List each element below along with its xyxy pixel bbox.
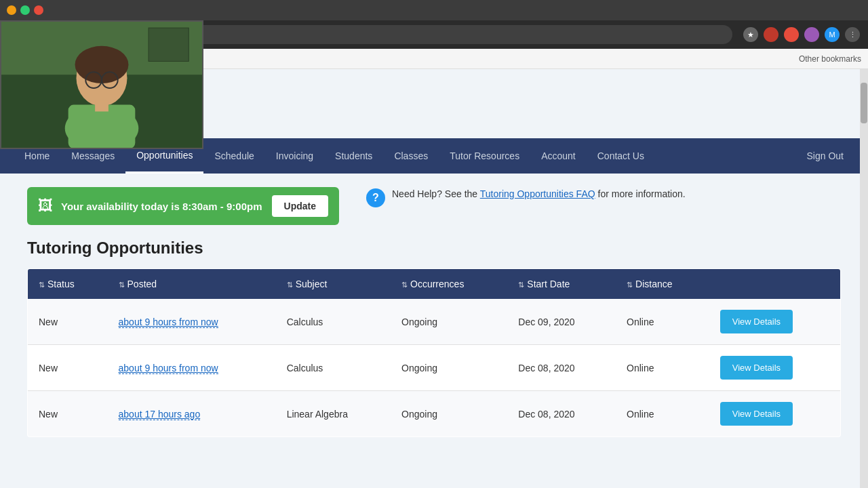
nav-item-tutor-resources[interactable]: Tutor Resources bbox=[439, 138, 530, 174]
sort-arrows-status: ⇅ bbox=[39, 281, 45, 289]
view-details-button-2[interactable]: View Details bbox=[720, 402, 793, 426]
ext-icon-2[interactable] bbox=[804, 27, 819, 42]
col-posted[interactable]: ⇅Posted bbox=[108, 269, 276, 300]
bookmark-star-icon[interactable]: ★ bbox=[743, 27, 758, 42]
help-text: Need Help? See the Tutoring Opportunitie… bbox=[392, 187, 686, 201]
window-controls bbox=[7, 5, 43, 15]
sort-arrows-start-date: ⇅ bbox=[518, 281, 524, 289]
cell-subject-2: Linear Algebra bbox=[276, 391, 391, 437]
cell-action-2: View Details bbox=[709, 391, 841, 437]
cell-distance-1: Online bbox=[616, 345, 709, 391]
view-details-button-0[interactable]: View Details bbox=[720, 310, 793, 333]
update-button[interactable]: Update bbox=[272, 195, 328, 217]
col-distance[interactable]: ⇅Distance bbox=[616, 269, 709, 300]
cell-occurrences-0: Ongoing bbox=[391, 299, 507, 345]
sort-arrows-posted: ⇅ bbox=[119, 281, 125, 289]
menu-icon[interactable]: ⋮ bbox=[845, 27, 860, 42]
col-occurrences[interactable]: ⇅Occurrences bbox=[391, 269, 507, 300]
cell-distance-2: Online bbox=[616, 391, 709, 437]
browser-action-icons: ★ M ⋮ bbox=[743, 27, 860, 42]
table-row: New about 17 hours ago Linear Algebra On… bbox=[28, 391, 841, 437]
cell-start-date-2: Dec 08, 2020 bbox=[507, 391, 616, 437]
posted-link-1[interactable]: about 9 hours from now bbox=[119, 363, 218, 374]
cell-start-date-0: Dec 09, 2020 bbox=[507, 299, 616, 345]
cell-occurrences-2: Ongoing bbox=[391, 391, 507, 437]
minimize-button[interactable] bbox=[7, 5, 16, 15]
sort-arrows-occurrences: ⇅ bbox=[401, 281, 408, 289]
profile-avatar-icon[interactable]: M bbox=[825, 27, 840, 42]
cell-start-date-1: Dec 08, 2020 bbox=[507, 345, 616, 391]
nav-item-students[interactable]: Students bbox=[324, 138, 383, 174]
col-action bbox=[709, 269, 841, 300]
nav-item-account[interactable]: Account bbox=[530, 138, 587, 174]
ext-icon-1[interactable] bbox=[784, 27, 799, 42]
help-section: ? Need Help? See the Tutoring Opportunit… bbox=[366, 187, 686, 207]
cell-posted-1: about 9 hours from now bbox=[108, 345, 276, 391]
sort-arrows-distance: ⇅ bbox=[627, 281, 633, 289]
col-start-date[interactable]: ⇅Start Date bbox=[507, 269, 616, 300]
webcam-feed bbox=[1, 22, 202, 148]
other-bookmarks[interactable]: Other bookmarks bbox=[799, 54, 861, 64]
nav-item-schedule[interactable]: Schedule bbox=[203, 138, 264, 174]
cell-status-1: New bbox=[28, 345, 108, 391]
browser-titlebar bbox=[0, 0, 868, 20]
monitor-icon: 🖼 bbox=[38, 197, 53, 215]
abp-icon[interactable] bbox=[764, 27, 778, 42]
cell-status-2: New bbox=[28, 391, 108, 437]
cell-posted-2: about 17 hours ago bbox=[108, 391, 276, 437]
scrollbar[interactable] bbox=[860, 69, 868, 488]
webcam-overlay bbox=[0, 20, 203, 149]
faq-link[interactable]: Tutoring Opportunities FAQ bbox=[480, 188, 595, 199]
col-status[interactable]: ⇅Status bbox=[28, 269, 108, 300]
table-row: New about 9 hours from now Calculus Ongo… bbox=[28, 345, 841, 391]
posted-link-0[interactable]: about 9 hours from now bbox=[119, 317, 218, 328]
nav-item-classes[interactable]: Classes bbox=[383, 138, 439, 174]
cell-action-0: View Details bbox=[709, 299, 841, 345]
nav-item-sign-out[interactable]: Sign Out bbox=[796, 138, 854, 174]
close-button[interactable] bbox=[34, 5, 43, 15]
page-content: 🖼 Your availability today is 8:30am - 9:… bbox=[0, 174, 868, 451]
cell-subject-0: Calculus bbox=[276, 299, 391, 345]
webcam-video bbox=[1, 20, 202, 149]
opportunities-table: ⇅Status ⇅Posted ⇅Subject ⇅Occurrences ⇅S… bbox=[27, 268, 841, 437]
svg-rect-10 bbox=[95, 102, 108, 112]
help-icon: ? bbox=[366, 188, 385, 207]
cell-action-1: View Details bbox=[709, 345, 841, 391]
cell-posted-0: about 9 hours from now bbox=[108, 299, 276, 345]
page-title: Tutoring Opportunities bbox=[27, 239, 841, 258]
nav-item-invoicing[interactable]: Invoicing bbox=[265, 138, 324, 174]
availability-banner: 🖼 Your availability today is 8:30am - 9:… bbox=[27, 187, 339, 225]
svg-rect-2 bbox=[149, 28, 189, 61]
cell-status-0: New bbox=[28, 299, 108, 345]
table-row: New about 9 hours from now Calculus Ongo… bbox=[28, 299, 841, 345]
view-details-button-1[interactable]: View Details bbox=[720, 356, 793, 380]
sort-arrows-subject: ⇅ bbox=[287, 281, 293, 289]
posted-link-2[interactable]: about 17 hours ago bbox=[119, 409, 201, 420]
col-subject[interactable]: ⇅Subject bbox=[276, 269, 391, 300]
maximize-button[interactable] bbox=[20, 5, 30, 15]
cell-distance-0: Online bbox=[616, 299, 709, 345]
table-header-row: ⇅Status ⇅Posted ⇅Subject ⇅Occurrences ⇅S… bbox=[28, 269, 841, 300]
cell-subject-1: Calculus bbox=[276, 345, 391, 391]
top-section: 🖼 Your availability today is 8:30am - 9:… bbox=[27, 187, 841, 225]
availability-text: Your availability today is 8:30am - 9:00… bbox=[61, 201, 264, 212]
nav-item-contact-us[interactable]: Contact Us bbox=[587, 138, 655, 174]
cell-occurrences-1: Ongoing bbox=[391, 345, 507, 391]
scrollbar-thumb[interactable] bbox=[861, 83, 867, 123]
